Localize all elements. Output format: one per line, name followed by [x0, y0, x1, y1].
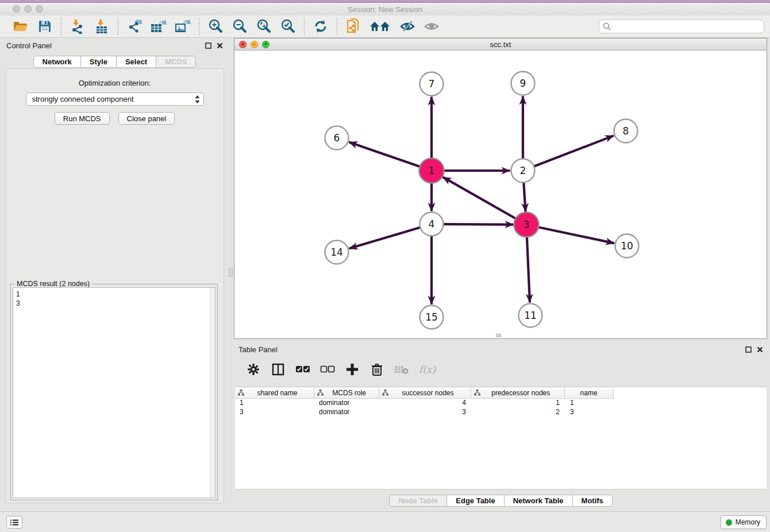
- network-window-title: scc.txt: [490, 40, 511, 49]
- column-type-icon: [474, 390, 480, 396]
- zoom-out-icon[interactable]: [231, 18, 248, 35]
- control-panel-title: Control Panel: [6, 41, 52, 50]
- graph-node-3[interactable]: 3: [514, 213, 539, 237]
- show-all-icon[interactable]: [423, 18, 440, 35]
- tab-edge-table[interactable]: Edge Table: [447, 495, 504, 507]
- close-panel-icon[interactable]: [757, 346, 763, 353]
- task-history-button[interactable]: [6, 516, 22, 529]
- table-cell: 3: [565, 408, 614, 417]
- column-header-predecessor-nodes[interactable]: predecessor nodes: [471, 387, 565, 398]
- graph-node-7[interactable]: 7: [420, 72, 444, 96]
- app-zoom-button[interactable]: [36, 5, 43, 13]
- app-minimize-button[interactable]: [24, 5, 32, 13]
- export-network-icon[interactable]: [126, 18, 143, 35]
- function-builder-icon[interactable]: f(x): [419, 364, 436, 375]
- float-panel-icon[interactable]: [745, 346, 752, 353]
- graph-edge-4-14[interactable]: [349, 224, 432, 249]
- table-toolbar: f(x): [236, 358, 765, 381]
- column-header-name[interactable]: name: [565, 387, 613, 398]
- deselect-all-rows-icon[interactable]: [320, 362, 335, 377]
- network-maximize-button[interactable]: +: [262, 41, 270, 48]
- app-close-button[interactable]: [13, 5, 20, 13]
- network-resize-handle[interactable]: [496, 334, 501, 337]
- float-panel-icon[interactable]: [205, 43, 211, 49]
- optimization-criterion-select[interactable]: strongly connected component: [26, 92, 204, 106]
- add-column-icon[interactable]: [345, 362, 360, 377]
- delete-columns-icon[interactable]: [369, 362, 384, 377]
- search-input[interactable]: [599, 20, 764, 33]
- table-settings-icon[interactable]: [246, 362, 261, 377]
- graph-node-6[interactable]: 6: [325, 126, 349, 150]
- tab-mcds[interactable]: MCDS: [156, 56, 196, 68]
- save-session-icon[interactable]: [36, 18, 53, 35]
- table-row[interactable]: 1dominator411: [235, 399, 767, 408]
- graph-node-2[interactable]: 2: [511, 159, 535, 183]
- hide-selected-icon[interactable]: [399, 18, 416, 35]
- graph-node-14[interactable]: 14: [325, 241, 349, 264]
- result-scrollbar[interactable]: [210, 288, 215, 498]
- control-panel-header: Control Panel: [2, 38, 228, 53]
- graph-edge-3-10[interactable]: [526, 225, 614, 243]
- graph-edge-3-1[interactable]: [443, 177, 526, 225]
- graph-edge-2-8[interactable]: [523, 136, 614, 171]
- graph-node-9[interactable]: 9: [511, 72, 535, 95]
- mcds-result-textarea[interactable]: 13: [13, 287, 215, 498]
- table-cell: 4: [379, 399, 472, 408]
- zoom-fit-content-icon[interactable]: [255, 18, 272, 35]
- run-mcds-button[interactable]: Run MCDS: [55, 112, 110, 125]
- tab-motifs[interactable]: Motifs: [573, 495, 613, 507]
- table-cell: 3: [235, 408, 314, 417]
- zoom-in-icon[interactable]: [207, 18, 224, 35]
- clone-network-icon[interactable]: [345, 18, 362, 35]
- tab-network-table[interactable]: Network Table: [505, 495, 573, 507]
- tab-style[interactable]: Style: [81, 56, 117, 68]
- vertical-splitter-handle[interactable]: [229, 268, 233, 277]
- memory-button-label: Memory: [736, 518, 760, 526]
- graph-node-15[interactable]: 15: [420, 306, 444, 329]
- table-cell: dominator: [314, 399, 379, 408]
- split-table-icon[interactable]: [271, 362, 286, 377]
- column-header-label: predecessor nodes: [480, 389, 564, 397]
- search-icon: [603, 22, 611, 31]
- graph-node-1[interactable]: 1: [419, 159, 444, 183]
- memory-button[interactable]: Memory: [721, 515, 767, 529]
- network-canvas[interactable]: 7968124314101511: [234, 51, 767, 338]
- zoom-selected-region-icon[interactable]: [279, 18, 297, 35]
- select-all-rows-icon[interactable]: [295, 362, 310, 377]
- graph-edge-1-6[interactable]: [349, 142, 432, 171]
- export-table-icon[interactable]: [150, 18, 167, 35]
- table-cell: 1: [472, 399, 565, 408]
- export-image-icon[interactable]: [174, 18, 191, 35]
- graph-node-11[interactable]: 11: [519, 304, 542, 327]
- network-close-button[interactable]: ×: [239, 41, 247, 48]
- graph-node-8[interactable]: 8: [614, 119, 638, 143]
- network-window-titlebar[interactable]: × − + scc.txt: [234, 38, 767, 51]
- column-header-shared-name[interactable]: shared name: [235, 387, 314, 398]
- graph-node-10[interactable]: 10: [615, 234, 639, 258]
- table-panel: Table Panel f(x: [234, 342, 768, 510]
- app-window-controls[interactable]: [13, 5, 43, 13]
- mcds-result-group: MCDS result (2 nodes) 13: [10, 284, 218, 500]
- graph-node-4[interactable]: 4: [420, 213, 444, 236]
- network-minimize-button[interactable]: −: [251, 41, 258, 48]
- first-neighbors-icon[interactable]: [369, 18, 392, 35]
- refresh-network-view-icon[interactable]: [312, 18, 329, 35]
- delete-table-icon[interactable]: [394, 362, 409, 377]
- close-panel-button[interactable]: Close panel: [118, 112, 175, 125]
- open-session-icon[interactable]: [12, 18, 29, 35]
- tab-select[interactable]: Select: [117, 56, 156, 68]
- column-header-MCDS-role[interactable]: MCDS role: [314, 387, 379, 398]
- column-header-successor-nodes[interactable]: successor nodes: [379, 387, 472, 398]
- table-row[interactable]: 3dominator323: [235, 408, 767, 417]
- close-panel-icon[interactable]: [217, 43, 223, 49]
- control-panel-tabbar: NetworkStyleSelectMCDS: [33, 56, 197, 68]
- mcds-result-title: MCDS result (2 nodes): [14, 280, 92, 288]
- tab-node-table[interactable]: Node Table: [389, 495, 447, 507]
- table-cell: 3: [379, 408, 472, 417]
- node-table-body: 1dominator4113dominator323: [235, 399, 767, 417]
- tab-network[interactable]: Network: [33, 56, 81, 68]
- table-panel-header: Table Panel: [234, 342, 768, 357]
- import-table-from-file-icon[interactable]: [93, 18, 110, 35]
- import-network-from-file-icon[interactable]: [69, 18, 86, 35]
- network-graph[interactable]: 7968124314101511: [234, 51, 767, 338]
